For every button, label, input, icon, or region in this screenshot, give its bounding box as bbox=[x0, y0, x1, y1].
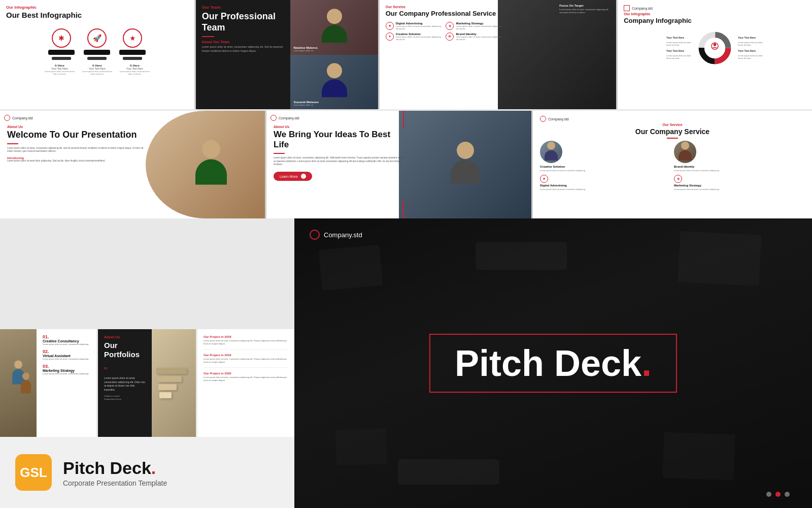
service-label: Our Service bbox=[386, 5, 504, 9]
slide-portfolio: About Us Our Portfolios " Lorem ipsum do… bbox=[98, 329, 196, 437]
proj-item-3: Our Project in 2020 Lorem ipsum dolor si… bbox=[204, 372, 288, 382]
proj-name-1: Our Project in 2018 bbox=[204, 335, 288, 338]
focus-title: Focus On Target bbox=[559, 4, 610, 7]
sl-item-2: 02. Virtual Assistant Lorem ipsum dolor … bbox=[43, 349, 92, 360]
dot-1 bbox=[766, 492, 771, 497]
slide-service: Our Service Our Company Professional Ser… bbox=[380, 0, 616, 109]
proj-item-2: Our Project in 2019 Lorem ipsum dolor si… bbox=[204, 354, 288, 363]
slide-projects: Our Project in 2018 Lorem ipsum dolor si… bbox=[197, 329, 294, 437]
infographic-title: Our Best Infographic bbox=[6, 11, 188, 19]
pitch-deck-main: Company.std Pitch Deck. bbox=[294, 218, 812, 508]
pitch-title-dot: . bbox=[641, 343, 652, 384]
ideas-title: We Bring Your Ideas To Best Life bbox=[274, 130, 405, 150]
cs-item2-desc: Lorem ipsum dolor sit amet consectetur a… bbox=[674, 169, 719, 172]
portfolio-attribution: Sodales in rismetSuspendisse lorem bbox=[104, 395, 146, 400]
service-title: Our Company Professional Service bbox=[386, 10, 504, 18]
team-person2-role: Lorem ipsum dolor sit bbox=[293, 104, 318, 106]
ideas-company: Company.std bbox=[279, 116, 299, 120]
sl-item-1: 01. Creative Consultancy Lorem ipsum dol… bbox=[43, 334, 92, 345]
pitch-title-box: Pitch Deck. bbox=[429, 334, 677, 393]
slide-services-list: 01. Creative Consultancy Lorem ipsum dol… bbox=[0, 329, 96, 437]
cs-item-marketing: ◈ Marketing Strategy Lorem ipsum dolor s… bbox=[674, 175, 805, 190]
bottom-subtitle: Corporate Presentation Template bbox=[63, 479, 167, 487]
cs-company: Company.std bbox=[548, 117, 569, 121]
sl-desc-3: Lorem ipsum dolor sit amet, consectetur … bbox=[43, 372, 92, 375]
dot-3 bbox=[785, 492, 790, 497]
learn-more-label: Learn More bbox=[280, 175, 298, 178]
sl-name-2: Virtual Assistant bbox=[43, 354, 92, 358]
cs-item3-desc: Lorem ipsum dolor sit amet consectetur a… bbox=[540, 188, 585, 190]
proj-desc-2: Lorem ipsum dolor sit amet, consectetur … bbox=[204, 358, 288, 363]
ideas-label: About Us bbox=[274, 125, 405, 129]
sl-num-3: 03. bbox=[43, 364, 92, 369]
ci-label-2: Your Text Here bbox=[666, 49, 692, 52]
cs-item1-name: Creative Solution bbox=[540, 165, 565, 168]
focus-desc: Lorem ipsum dolor sit amet, consectetur … bbox=[559, 8, 610, 14]
cs-item1-desc: Lorem ipsum dolor sit amet consectetur a… bbox=[540, 169, 585, 172]
company-info-title: Company Infographic bbox=[624, 17, 806, 25]
team-desc: Lorem ipsum dolor sit amet, consectetur … bbox=[202, 45, 290, 53]
ideas-desc: Lorem ipsum dolor sit amet, consectetur … bbox=[274, 156, 405, 167]
pitch-title: Pitch Deck bbox=[455, 343, 641, 384]
sl-name-3: Marketing Strategy bbox=[43, 369, 92, 372]
ci-label-3: Your Text Here bbox=[738, 36, 763, 39]
learn-more-btn[interactable]: Learn More bbox=[274, 172, 312, 181]
ci-label-1: Your Text Here bbox=[666, 36, 692, 39]
company-info-label: Our Infographic bbox=[624, 12, 806, 16]
slide-infographic: Our Infographic Our Best Infographic ✱ 🚀… bbox=[0, 0, 194, 109]
cs-item2-name: Brand Identity bbox=[674, 165, 694, 168]
cs-item-creative: Creative Solution Lorem ipsum dolor sit … bbox=[540, 141, 671, 172]
dot-2 bbox=[775, 492, 781, 497]
cs-item4-name: Marketing Strategy bbox=[674, 184, 701, 187]
team-about-label: About Our Team bbox=[202, 40, 290, 44]
infographic-label: Our Infographic bbox=[6, 5, 188, 10]
ci-desc-2: Lorem ipsum dolor sit amet lorem sit ame… bbox=[666, 54, 692, 59]
cs-item-brand: Brand Identity Lorem ipsum dolor sit ame… bbox=[674, 141, 805, 172]
slide-ideas: Company.std About Us We Bring Your Ideas… bbox=[266, 111, 531, 218]
svc-item4-desc: Lorem ipsum dolor sit amet consectetur a… bbox=[456, 36, 503, 41]
welcome-label: About Us bbox=[7, 125, 147, 129]
pitch-company-name: Company.std bbox=[324, 231, 362, 239]
slide-company-service: Company.std Our Service Our Company Serv… bbox=[533, 111, 812, 218]
ci-desc-3: Lorem ipsum dolor sit amet lorem sit ame… bbox=[738, 41, 763, 46]
portfolio-quote: Lorem ipsum dolor sit amet, consectetur … bbox=[104, 376, 146, 392]
proj-item-1: Our Project in 2018 Lorem ipsum dolor si… bbox=[204, 335, 288, 345]
sl-num-2: 02. bbox=[43, 349, 92, 354]
svc-item3-desc: Lorem ipsum dolor sit amet consectetur a… bbox=[396, 36, 444, 41]
slide-company-infographic: Company.std Our Infographic Company Info… bbox=[618, 0, 812, 109]
company-info-company: Company.std bbox=[632, 7, 653, 10]
ci-desc-1: Lorem ipsum dolor sit amet lorem sit ame… bbox=[666, 41, 692, 46]
proj-name-3: Our Project in 2020 bbox=[204, 372, 288, 375]
dots-indicator bbox=[766, 492, 790, 497]
svc-item1-desc: Lorem ipsum dolor sit amet consectetur a… bbox=[396, 25, 444, 30]
gsl-badge: GSL bbox=[15, 454, 52, 491]
cs-item3-name: Digital Advertising bbox=[540, 184, 567, 187]
team-person1-role: Lorem ipsum dolor sit bbox=[293, 49, 317, 52]
svc-item2-desc: Lorem ipsum dolor sit amet consectetur a… bbox=[456, 25, 503, 30]
inf-desc-2: Lorem ipsum dolor sit amet lorem dolor s… bbox=[82, 70, 112, 75]
inf-desc-1: Lorem ipsum dolor sit amet lorem dolor s… bbox=[44, 70, 75, 75]
cs-item4-desc: Lorem ipsum dolor sit amet consectetur a… bbox=[674, 188, 719, 190]
sl-name-1: Creative Consultancy bbox=[43, 339, 92, 343]
pitch-logo-icon bbox=[310, 230, 320, 240]
ci-desc-4: Lorem ipsum dolor sit amet lorem sit ame… bbox=[738, 54, 763, 59]
welcome-introducing-desc: Lorem ipsum dolor sit amet dolor adipisc… bbox=[7, 160, 147, 163]
slide-welcome: Company.std About Us Welcome To Our Pres… bbox=[0, 111, 265, 218]
cs-label: Our Service bbox=[540, 123, 805, 126]
gsl-badge-text: GSL bbox=[20, 465, 47, 481]
bottom-title: Pitch Deck bbox=[63, 458, 151, 478]
sl-item-3: 03. Marketing Strategy Lorem ipsum dolor… bbox=[43, 364, 92, 375]
portfolio-title: Our Portfolios bbox=[104, 341, 146, 359]
team-label: Our Team bbox=[202, 5, 290, 10]
slide-team: Our Team Our Professional Team About Our… bbox=[196, 0, 378, 109]
proj-name-2: Our Project in 2019 bbox=[204, 354, 288, 357]
welcome-desc: Lorem ipsum dolor sit amet, consectetur … bbox=[7, 147, 147, 154]
team-title: Our Professional Team bbox=[202, 11, 290, 33]
proj-desc-1: Lorem ipsum dolor sit amet, consectetur … bbox=[204, 339, 288, 345]
sl-desc-1: Lorem ipsum dolor sit amet, consectetur … bbox=[43, 343, 92, 345]
team-person1-name: Natalise Malerva bbox=[293, 46, 317, 49]
svg-point-5 bbox=[714, 43, 717, 46]
sl-num-1: 01. bbox=[43, 334, 92, 339]
welcome-title: Welcome To Our Presentation bbox=[7, 130, 147, 141]
inf-desc-3: Lorem ipsum dolor sit amet lorem dolor s… bbox=[119, 70, 150, 75]
